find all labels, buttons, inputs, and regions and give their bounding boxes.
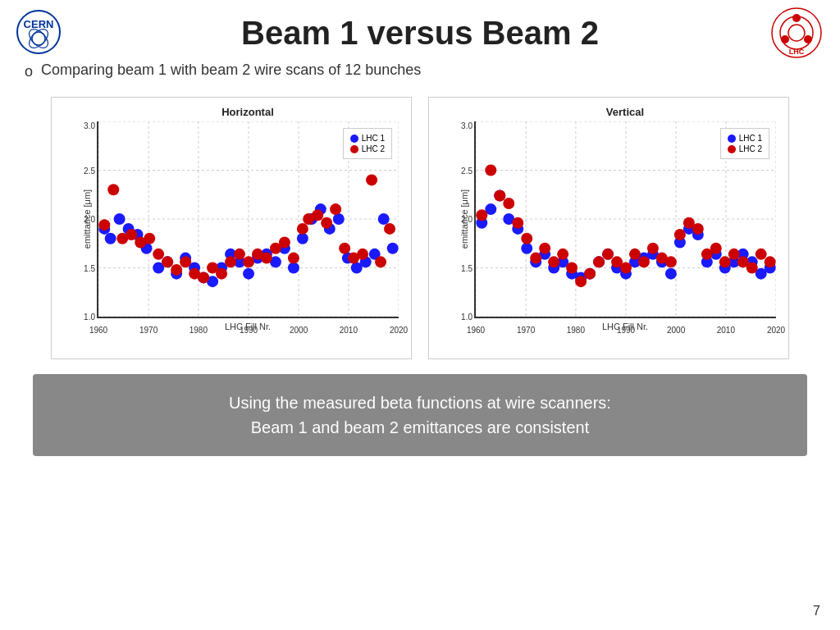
svg-point-68 (198, 272, 209, 283)
summary-line2: Beam 1 and beam 2 emittances are consist… (251, 418, 589, 436)
v-ytick-2.5: 2.5 (461, 166, 472, 175)
svg-point-87 (366, 174, 377, 185)
svg-point-56 (387, 243, 399, 254)
v-legend-label-1: LHC 1 (739, 134, 762, 143)
svg-point-154 (647, 243, 659, 254)
svg-point-60 (126, 229, 137, 240)
v-legend-item-2: LHC 2 (728, 144, 762, 153)
svg-point-138 (503, 198, 514, 209)
h-legend-label-1: LHC 1 (362, 134, 385, 143)
summary-text: Using the measured beta functions at wir… (57, 390, 783, 440)
svg-point-57 (98, 219, 110, 231)
svg-point-9 (804, 35, 812, 43)
h-ytick-2.0: 2.0 (84, 215, 95, 224)
svg-point-81 (312, 209, 323, 221)
vertical-chart-title: Vertical (474, 106, 776, 118)
v-ytick-3.0: 3.0 (461, 121, 472, 130)
svg-point-89 (384, 223, 395, 235)
svg-point-77 (279, 237, 290, 249)
vertical-chart-wrapper: Vertical emittance [μm] (428, 97, 789, 359)
h-legend-item-1: LHC 1 (350, 134, 385, 143)
subtitle-text: Comparing beam 1 with beam 2 wire scans … (41, 62, 421, 79)
v-xtick-1970: 1970 (517, 326, 535, 335)
svg-text:CERN: CERN (24, 18, 54, 30)
v-legend-dot-red (728, 145, 736, 153)
svg-point-142 (539, 243, 550, 254)
svg-point-82 (321, 217, 332, 229)
svg-point-107 (521, 243, 532, 254)
svg-point-7 (788, 25, 805, 41)
svg-point-145 (566, 262, 578, 274)
svg-point-157 (674, 229, 686, 240)
v-legend-label-2: LHC 2 (739, 144, 762, 153)
horizontal-chart-inner: emittance [μm] (97, 121, 399, 318)
horizontal-chart-area: Horizontal emittance [μm] (51, 97, 412, 359)
svg-point-75 (261, 253, 272, 264)
svg-point-161 (710, 243, 722, 254)
h-xtick-2000: 2000 (290, 326, 308, 335)
svg-point-166 (756, 249, 767, 260)
svg-point-79 (297, 223, 308, 235)
h-xtick-1970: 1970 (139, 326, 158, 335)
svg-point-135 (476, 209, 487, 221)
page-title: Beam 1 versus Beam 2 (241, 15, 599, 52)
svg-point-148 (593, 256, 605, 267)
svg-point-71 (225, 256, 236, 267)
svg-point-137 (494, 189, 505, 201)
svg-point-83 (330, 203, 341, 215)
v-xtick-1980: 1980 (567, 326, 585, 335)
h-ytick-3.0: 3.0 (84, 121, 95, 130)
svg-point-55 (378, 213, 390, 225)
svg-point-65 (171, 264, 182, 276)
svg-point-144 (557, 249, 568, 260)
svg-point-66 (180, 256, 191, 267)
svg-point-136 (485, 165, 496, 176)
charts-container: Horizontal emittance [μm] (0, 89, 840, 368)
h-xtick-1980: 1980 (189, 326, 208, 335)
v-xtick-2020: 2020 (767, 326, 785, 335)
summary-box: Using the measured beta functions at wir… (33, 374, 807, 456)
page-number: 7 (813, 604, 820, 619)
svg-point-152 (629, 249, 641, 260)
header: CERN Beam 1 versus Beam 2 LHC (0, 0, 840, 58)
svg-text:LHC: LHC (789, 48, 805, 56)
vertical-chart-inner: emittance [μm] (474, 121, 776, 318)
h-legend-dot-blue (350, 135, 358, 143)
svg-point-151 (620, 262, 632, 274)
svg-point-156 (665, 256, 677, 267)
horizontal-chart-title: Horizontal (97, 106, 399, 118)
svg-point-149 (602, 249, 614, 260)
svg-point-159 (692, 223, 704, 235)
svg-point-26 (114, 213, 126, 225)
v-xtick-2010: 2010 (717, 326, 735, 335)
v-ytick-1.0: 1.0 (461, 313, 472, 322)
h-xtick-2020: 2020 (390, 326, 408, 335)
svg-point-140 (521, 233, 532, 244)
h-xtick-1990: 1990 (240, 326, 258, 335)
v-xtick-2000: 2000 (667, 326, 685, 335)
svg-point-78 (288, 253, 299, 264)
svg-point-25 (105, 233, 116, 244)
svg-point-163 (728, 249, 740, 260)
v-ytick-2.0: 2.0 (461, 215, 472, 224)
svg-point-162 (719, 256, 731, 267)
svg-point-62 (144, 233, 155, 244)
svg-point-64 (162, 256, 173, 267)
svg-point-86 (357, 249, 368, 260)
lhc-logo: LHC (770, 7, 824, 60)
v-xtick-1960: 1960 (467, 326, 485, 335)
svg-point-50 (333, 213, 345, 225)
h-ytick-2.5: 2.5 (84, 166, 95, 175)
svg-point-10 (781, 35, 789, 43)
h-legend: LHC 1 LHC 2 (343, 128, 392, 159)
svg-point-72 (234, 249, 245, 260)
h-ytick-1.5: 1.5 (84, 263, 95, 272)
svg-point-139 (512, 217, 523, 229)
v-legend: LHC 1 LHC 2 (720, 128, 769, 159)
v-legend-dot-blue (728, 135, 736, 143)
svg-point-146 (575, 276, 587, 287)
vertical-chart-area: Vertical emittance [μm] (428, 97, 789, 359)
svg-point-84 (339, 243, 350, 254)
summary-line1: Using the measured beta functions at wir… (229, 394, 611, 412)
svg-point-147 (584, 268, 596, 280)
